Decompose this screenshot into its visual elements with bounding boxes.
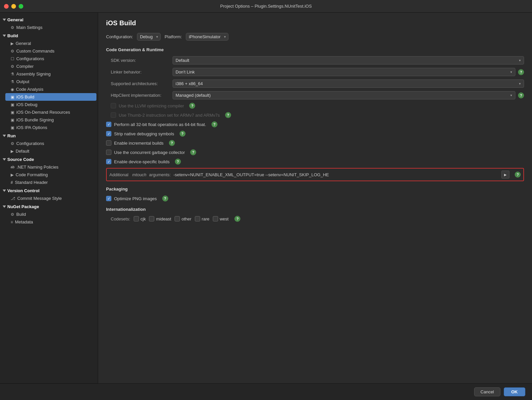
sidebar-item-run-configurations-label: Configurations <box>16 141 44 146</box>
phone-icon: ▣ <box>11 125 14 130</box>
device-specific-checkbox-row: Enable device-specific builds ? <box>106 159 524 165</box>
device-specific-help-icon[interactable]: ? <box>175 159 181 165</box>
sidebar-item-code-formatting-label: Code Formatting <box>16 172 48 177</box>
sidebar-item-code-formatting[interactable]: ▶ Code Formatting <box>5 171 96 179</box>
mideast-checkbox[interactable] <box>149 216 154 221</box>
concurrent-gc-checkbox[interactable] <box>106 150 111 155</box>
sidebar-item-compiler[interactable]: Compiler <box>5 63 96 70</box>
mtouch-label-suffix: arguments: <box>149 172 171 177</box>
sidebar-item-ios-debug[interactable]: ▣ iOS Debug <box>5 101 96 108</box>
sidebar-item-ios-ipa-options[interactable]: ▣ iOS IPA Options <box>5 124 96 131</box>
linker-behavior-label: Linker behavior: <box>106 69 173 74</box>
incremental-help-icon[interactable]: ? <box>169 140 175 146</box>
sidebar-item-nuget-build[interactable]: Build <box>5 210 96 218</box>
thumb2-help-icon[interactable]: ? <box>225 112 231 118</box>
minimize-button[interactable] <box>11 4 16 9</box>
bottom-bar: Cancel OK <box>0 383 532 400</box>
config-select-wrapper: Debug <box>137 33 161 41</box>
optimize-png-label: Optimize PNG images <box>114 196 157 201</box>
linker-behavior-select[interactable]: Don't Link <box>173 68 515 76</box>
linker-behavior-row: Linker behavior: Don't Link ? <box>106 68 524 76</box>
sidebar-group-run[interactable]: Run <box>0 131 98 140</box>
strip-symbols-help-icon[interactable]: ? <box>180 131 186 137</box>
square-icon: ☐ <box>11 57 14 61</box>
triangle-right-icon: ▶ <box>11 173 14 177</box>
optimize-png-checkbox[interactable] <box>106 196 111 201</box>
sidebar-group-general-label: General <box>7 17 23 22</box>
sidebar-item-build-general[interactable]: ▶ General <box>5 40 96 47</box>
cjk-checkbox[interactable] <box>134 216 139 221</box>
strip-symbols-checkbox[interactable] <box>106 131 111 136</box>
sdk-version-row: SDK version: Default <box>106 56 524 65</box>
sidebar-item-assembly-signing-label: Assembly Signing <box>16 71 51 76</box>
codesets-help-icon[interactable]: ? <box>234 216 240 222</box>
sidebar-item-nuget-metadata[interactable]: ≡ Metadata <box>5 218 96 226</box>
supported-arch-select[interactable]: i386 + x86_64 <box>173 79 524 88</box>
llvm-checkbox[interactable] <box>111 103 116 108</box>
sidebar-group-version-control[interactable]: Version Control <box>0 186 98 195</box>
triangle-right-icon: ▶ <box>11 149 14 154</box>
sidebar-item-code-analysis[interactable]: ◉ Code Analysis <box>5 85 96 93</box>
sidebar-group-source-code[interactable]: Source Code <box>0 155 98 163</box>
sidebar-item-custom-commands[interactable]: Custom Commands <box>5 47 96 55</box>
mtouch-input[interactable] <box>173 172 499 177</box>
maximize-button[interactable] <box>19 4 23 9</box>
float32-checkbox[interactable] <box>106 122 111 127</box>
west-checkbox[interactable] <box>213 216 218 221</box>
sidebar-item-configurations-label: Configurations <box>16 56 44 61</box>
sidebar: General Main Settings Build ▶ General Cu… <box>0 13 98 400</box>
httpclient-select[interactable]: Managed (default) <box>173 91 515 99</box>
incremental-checkbox[interactable] <box>106 140 111 146</box>
mtouch-expand-button[interactable]: ▶ <box>501 171 509 179</box>
sidebar-item-output[interactable]: ⚗ Output <box>5 78 96 85</box>
float32-label: Perform all 32-bit float operations as 6… <box>114 122 206 127</box>
close-button[interactable] <box>4 4 9 9</box>
circle-icon: ◉ <box>11 87 14 92</box>
window-title: Project Options – Plugin.Settings.NUnitT… <box>220 4 312 9</box>
sidebar-group-build[interactable]: Build <box>0 31 98 40</box>
sidebar-group-general[interactable]: General <box>0 15 98 24</box>
sidebar-item-compiler-label: Compiler <box>16 64 34 69</box>
sidebar-item-configurations[interactable]: ☐ Configurations <box>5 55 96 63</box>
device-specific-checkbox[interactable] <box>106 159 111 164</box>
other-checkbox[interactable] <box>175 216 180 221</box>
incremental-checkbox-row: Enable incremental builds ? <box>106 140 524 146</box>
sidebar-item-standard-header[interactable]: # Standard Header <box>5 179 96 186</box>
mtouch-italic-label: mtouch <box>132 172 147 177</box>
configuration-select[interactable]: Debug <box>137 33 161 41</box>
sidebar-item-commit-message[interactable]: ⎇ Commit Message Style <box>5 195 96 202</box>
chevron-source-icon <box>3 158 6 161</box>
phone-icon: ▣ <box>11 118 14 122</box>
sidebar-item-assembly-signing[interactable]: ⚗ Assembly Signing <box>5 70 96 78</box>
concurrent-gc-help-icon[interactable]: ? <box>190 149 196 155</box>
sidebar-item-main-settings[interactable]: Main Settings <box>5 24 96 31</box>
float32-help-icon[interactable]: ? <box>211 121 217 127</box>
sidebar-item-standard-header-label: Standard Header <box>15 180 48 185</box>
httpclient-help-icon[interactable]: ? <box>518 92 524 98</box>
config-bar: Configuration: Debug Platform: iPhoneSim… <box>106 33 524 41</box>
platform-select-wrapper: iPhoneSimulator <box>186 33 228 41</box>
codeset-rare: rare <box>195 216 209 221</box>
sidebar-item-ios-build[interactable]: ▣ iOS Build <box>5 93 96 101</box>
sidebar-item-ios-debug-label: iOS Debug <box>16 102 38 107</box>
codeset-cjk: cjk <box>134 216 146 221</box>
sidebar-item-run-default[interactable]: ▶ Default <box>5 147 96 155</box>
device-specific-label: Enable device-specific builds <box>114 159 170 164</box>
optimize-png-help-icon[interactable]: ? <box>162 196 168 201</box>
sidebar-group-nuget[interactable]: NuGet Package <box>0 202 98 210</box>
gear-icon <box>11 25 14 30</box>
sidebar-item-ios-bundle-signing[interactable]: ▣ iOS Bundle Signing <box>5 116 96 124</box>
llvm-help-icon[interactable]: ? <box>189 103 195 109</box>
titlebar: Project Options – Plugin.Settings.NUnitT… <box>0 0 532 13</box>
cancel-button[interactable]: Cancel <box>474 387 500 396</box>
sidebar-item-run-configurations[interactable]: Configurations <box>5 140 96 147</box>
thumb2-checkbox[interactable] <box>111 112 116 118</box>
sidebar-item-ios-on-demand[interactable]: ▣ iOS On-Demand Resources <box>5 108 96 116</box>
ok-button[interactable]: OK <box>504 387 526 396</box>
sidebar-item-naming-policies[interactable]: ab .NET Naming Policies <box>5 163 96 171</box>
sdk-version-select[interactable]: Default <box>173 56 524 65</box>
linker-help-icon[interactable]: ? <box>518 69 524 75</box>
mtouch-help-icon[interactable]: ? <box>515 172 521 178</box>
rare-checkbox[interactable] <box>195 216 200 221</box>
platform-select[interactable]: iPhoneSimulator <box>186 33 228 41</box>
